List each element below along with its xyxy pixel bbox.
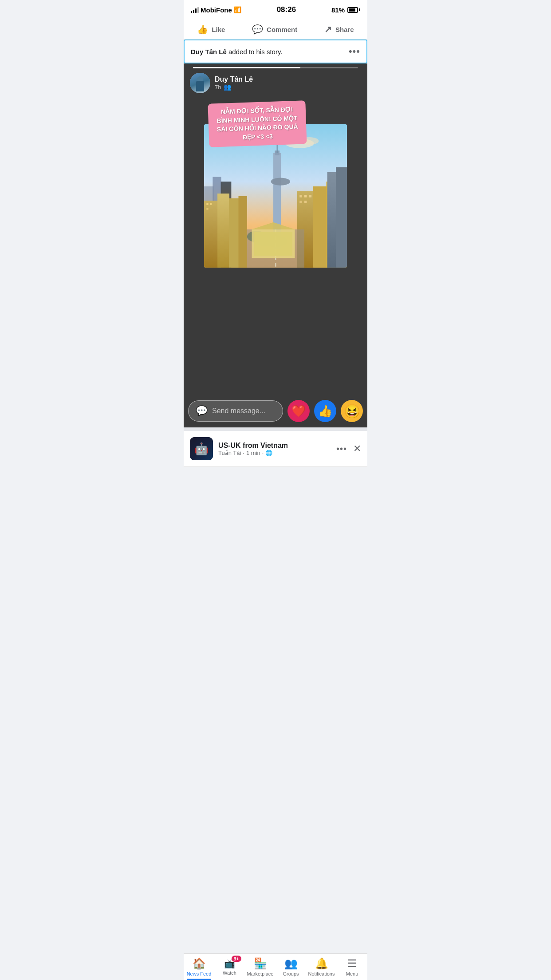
post-avatar xyxy=(190,437,213,460)
wifi-icon: 📶 xyxy=(234,6,241,13)
action-bar: 👍 Like 💬 Comment ↗ Share xyxy=(184,20,367,40)
share-label: Share xyxy=(335,26,354,33)
heart-reaction-button[interactable]: ❤️ xyxy=(287,400,310,422)
svg-rect-24 xyxy=(336,167,347,268)
svg-rect-36 xyxy=(254,232,292,256)
story-content: NẰM ĐỢI SỐT, SẴN ĐỢI BÌNH MINH LUÔN! CÓ … xyxy=(204,124,347,268)
friends-icon: 👥 xyxy=(224,83,231,91)
post-meta: Tuấn Tài · 1 min · 🌐 xyxy=(218,450,331,456)
haha-reaction-button[interactable]: 😆 xyxy=(341,400,363,422)
story-notification-text: Duy Tân Lê added to his story. xyxy=(191,48,282,55)
svg-rect-12 xyxy=(204,201,218,268)
battery-percent: 81% xyxy=(331,6,345,14)
like-label: Like xyxy=(212,26,225,33)
message-input[interactable]: 💬 Send message... xyxy=(188,400,283,422)
svg-rect-32 xyxy=(309,195,311,197)
svg-rect-23 xyxy=(327,172,337,268)
svg-rect-14 xyxy=(229,198,240,268)
message-placeholder: Send message... xyxy=(212,407,265,415)
story-notification: Duy Tân Lê added to his story. ••• xyxy=(184,40,367,63)
comment-button[interactable]: 💬 Comment xyxy=(252,24,297,35)
like-icon: 👍 xyxy=(197,24,208,35)
post-more-options[interactable]: ••• xyxy=(336,444,347,454)
svg-rect-28 xyxy=(209,203,211,205)
story-header: Duy Tân Lê 7h 👥 xyxy=(184,68,367,98)
status-time: 08:26 xyxy=(277,5,296,14)
section-separator xyxy=(184,427,367,431)
post-close-button[interactable]: ✕ xyxy=(353,443,361,454)
share-icon: ↗ xyxy=(324,24,332,35)
svg-rect-31 xyxy=(304,195,307,197)
avatar[interactable] xyxy=(190,73,210,93)
post-time: 1 min xyxy=(246,450,260,456)
carrier-name: MobiFone xyxy=(201,6,232,14)
globe-icon: 🌐 xyxy=(265,450,272,456)
share-button[interactable]: ↗ Share xyxy=(324,24,354,35)
message-reaction-bar: 💬 Send message... ❤️ 👍 😆 xyxy=(184,395,367,427)
more-options-button[interactable]: ••• xyxy=(349,46,360,57)
svg-rect-33 xyxy=(299,201,302,203)
story-viewer-username: Duy Tân Lê xyxy=(215,75,361,83)
story-viewer: Duy Tân Lê 7h 👥 NẰM ĐỢI SỐT, SẴN ĐỢI BÌN… xyxy=(184,63,367,427)
svg-rect-13 xyxy=(217,194,229,268)
svg-rect-15 xyxy=(238,196,247,267)
story-action-text: added to his story. xyxy=(227,48,283,55)
comment-icon: 💬 xyxy=(252,24,263,35)
post-poster: Tuấn Tài xyxy=(218,450,241,456)
like-reaction-button[interactable]: 👍 xyxy=(314,400,336,422)
svg-rect-27 xyxy=(206,203,208,205)
svg-rect-34 xyxy=(304,201,307,203)
like-button[interactable]: 👍 Like xyxy=(197,24,225,35)
svg-rect-20 xyxy=(313,186,327,268)
svg-point-11 xyxy=(271,178,290,186)
post-preview: US-UK from Vietnam Tuấn Tài · 1 min · 🌐 … xyxy=(184,431,367,467)
signal-icon xyxy=(191,7,199,13)
story-text-overlay: NẰM ĐỢI SỐT, SẴN ĐỢI BÌNH MINH LUÔN! CÓ … xyxy=(208,100,307,147)
comment-label: Comment xyxy=(267,26,297,33)
messenger-icon: 💬 xyxy=(196,405,208,417)
story-time: 7h xyxy=(215,84,221,91)
post-group-name: US-UK from Vietnam xyxy=(218,442,331,450)
status-bar: MobiFone 📶 08:26 81% xyxy=(184,0,367,20)
story-viewer-meta: 7h 👥 xyxy=(215,83,361,91)
story-user-name: Duy Tân Lê xyxy=(191,48,227,55)
battery-icon xyxy=(347,7,360,13)
svg-rect-29 xyxy=(206,208,208,209)
svg-rect-30 xyxy=(299,195,302,197)
